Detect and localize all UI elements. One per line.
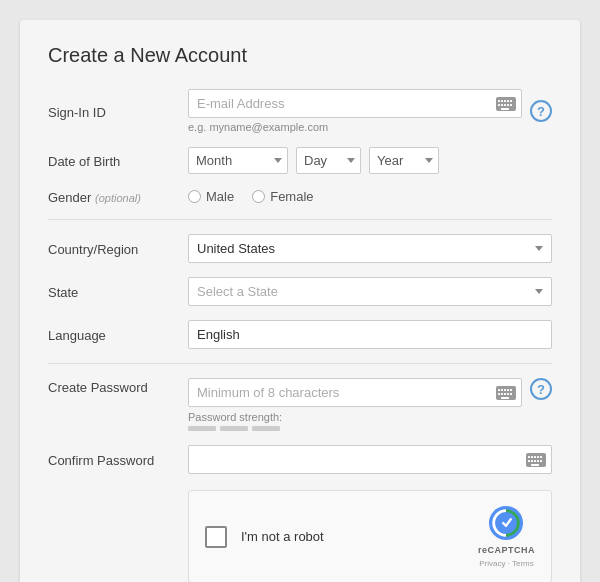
country-select[interactable]: United States Canada United Kingdom — [188, 234, 552, 263]
gender-male-option[interactable]: Male — [188, 189, 234, 204]
dob-row: Date of Birth Month JanuaryFebruaryMarch… — [48, 147, 552, 174]
gender-label: Gender (optional) — [48, 188, 188, 205]
gender-row: Gender (optional) Male Female — [48, 188, 552, 205]
pw-bar-3 — [252, 426, 280, 431]
form-container: Create a New Account Sign-In ID — [20, 20, 580, 582]
create-password-label: Create Password — [48, 378, 188, 395]
state-row: State Select a State AlabamaAlaskaArizon… — [48, 277, 552, 306]
female-label: Female — [270, 189, 313, 204]
svg-rect-33 — [537, 460, 539, 462]
create-password-input-col: Password strength: — [188, 378, 522, 431]
email-hint: e.g. myname@example.com — [188, 121, 522, 133]
country-row: Country/Region United States Canada Unit… — [48, 234, 552, 263]
svg-rect-27 — [534, 456, 536, 458]
svg-rect-15 — [504, 389, 506, 391]
recaptcha-text: I'm not a robot — [241, 529, 324, 544]
svg-rect-18 — [498, 393, 500, 395]
month-select[interactable]: Month JanuaryFebruaryMarch AprilMayJune … — [188, 147, 288, 174]
recaptcha-logo-icon — [488, 505, 524, 541]
svg-rect-19 — [501, 393, 503, 395]
state-input-col: Select a State AlabamaAlaskaArizona Cali… — [188, 277, 552, 306]
male-label: Male — [206, 189, 234, 204]
svg-rect-21 — [507, 393, 509, 395]
svg-rect-31 — [531, 460, 533, 462]
divider2 — [48, 363, 552, 364]
svg-rect-14 — [501, 389, 503, 391]
svg-rect-25 — [528, 456, 530, 458]
state-select[interactable]: Select a State AlabamaAlaskaArizona Cali… — [188, 277, 552, 306]
svg-rect-1 — [498, 100, 500, 102]
dob-label: Date of Birth — [48, 152, 188, 169]
svg-rect-22 — [510, 393, 512, 395]
country-input-col: United States Canada United Kingdom — [188, 234, 552, 263]
svg-rect-8 — [504, 104, 506, 106]
recaptcha-left: I'm not a robot — [205, 526, 324, 548]
create-password-input[interactable] — [188, 378, 522, 407]
signin-id-input-col: e.g. myname@example.com — [188, 89, 522, 133]
password-strength-label: Password strength: — [188, 411, 522, 423]
svg-rect-10 — [510, 104, 512, 106]
svg-rect-32 — [534, 460, 536, 462]
svg-rect-11 — [501, 108, 509, 110]
day-select[interactable]: Day — [296, 147, 361, 174]
svg-rect-34 — [540, 460, 542, 462]
language-row: Language — [48, 320, 552, 349]
confirm-password-input-col — [188, 445, 552, 474]
svg-rect-9 — [507, 104, 509, 106]
privacy-link[interactable]: Privacy — [479, 559, 505, 568]
svg-rect-13 — [498, 389, 500, 391]
year-select[interactable]: Year — [369, 147, 439, 174]
svg-rect-20 — [504, 393, 506, 395]
confirm-password-row: Confirm Password — [48, 445, 552, 474]
dob-input-col: Month JanuaryFebruaryMarch AprilMayJune … — [188, 147, 552, 174]
signin-id-input[interactable] — [188, 89, 522, 118]
gender-group: Male Female — [188, 189, 552, 204]
confirm-password-input[interactable] — [188, 445, 552, 474]
language-input-col — [188, 320, 552, 349]
pw-bar-2 — [220, 426, 248, 431]
confirm-password-input-wrapper — [188, 445, 552, 474]
svg-rect-16 — [507, 389, 509, 391]
state-label: State — [48, 283, 188, 300]
language-input[interactable] — [188, 320, 552, 349]
confirm-keyboard-icon[interactable] — [526, 452, 546, 468]
svg-rect-7 — [501, 104, 503, 106]
divider — [48, 219, 552, 220]
password-keyboard-icon[interactable] — [496, 385, 516, 401]
signin-id-row: Sign-In ID — [48, 89, 552, 133]
gender-female-option[interactable]: Female — [252, 189, 313, 204]
svg-rect-3 — [504, 100, 506, 102]
svg-rect-35 — [531, 464, 539, 466]
svg-rect-4 — [507, 100, 509, 102]
svg-rect-29 — [540, 456, 542, 458]
svg-rect-26 — [531, 456, 533, 458]
recaptcha-right: reCAPTCHA Privacy · Terms — [478, 505, 535, 568]
keyboard-icon[interactable] — [496, 96, 516, 112]
password-strength-bars — [188, 426, 522, 431]
svg-rect-28 — [537, 456, 539, 458]
svg-rect-5 — [510, 100, 512, 102]
svg-rect-2 — [501, 100, 503, 102]
signin-help-icon[interactable]: ? — [530, 100, 552, 122]
language-label: Language — [48, 326, 188, 343]
female-radio[interactable] — [252, 190, 265, 203]
country-label: Country/Region — [48, 240, 188, 257]
svg-rect-23 — [501, 397, 509, 399]
create-password-row: Create Password — [48, 378, 552, 431]
gender-input-col: Male Female — [188, 189, 552, 204]
svg-rect-30 — [528, 460, 530, 462]
svg-rect-17 — [510, 389, 512, 391]
confirm-password-label: Confirm Password — [48, 451, 188, 468]
password-help-icon[interactable]: ? — [530, 378, 552, 400]
svg-rect-6 — [498, 104, 500, 106]
recaptcha-container: I'm not a robot reCAPTCHA Privacy · Term… — [188, 490, 552, 582]
page-title: Create a New Account — [48, 44, 552, 67]
recaptcha-brand: reCAPTCHA — [478, 545, 535, 555]
recaptcha-checkbox[interactable] — [205, 526, 227, 548]
male-radio[interactable] — [188, 190, 201, 203]
terms-link[interactable]: Terms — [512, 559, 534, 568]
signin-id-label: Sign-In ID — [48, 103, 188, 120]
dob-group: Month JanuaryFebruaryMarch AprilMayJune … — [188, 147, 552, 174]
signin-id-input-wrapper — [188, 89, 522, 118]
recaptcha-links: Privacy · Terms — [479, 559, 534, 568]
